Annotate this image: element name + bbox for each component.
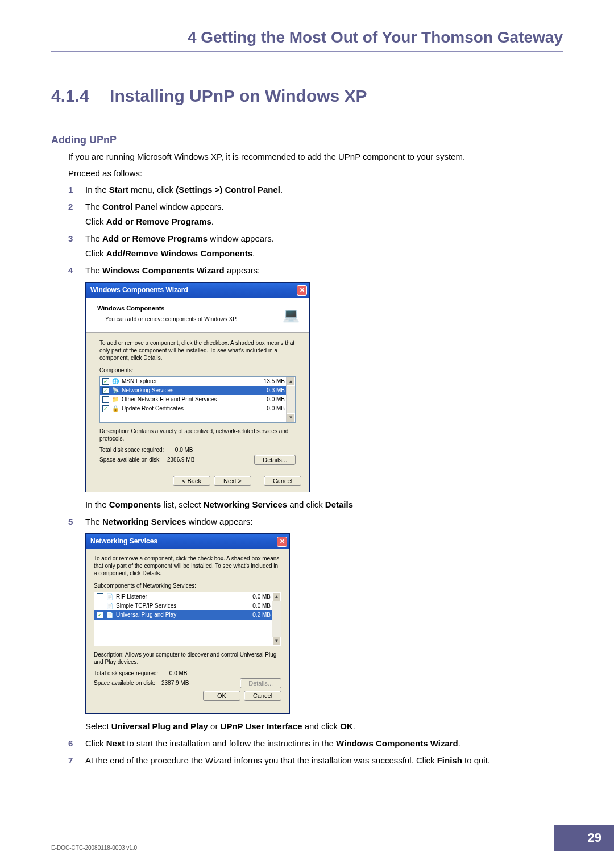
scrollbar[interactable]: ▲ ▼: [272, 592, 281, 646]
scrollbar[interactable]: ▲ ▼: [286, 377, 295, 422]
wizard-instructions: To add or remove a component, click the …: [99, 339, 296, 362]
list-item[interactable]: ✓ 🌐 MSN Explorer 13.5 MB: [100, 377, 295, 386]
intro-paragraph-2: Proceed as follows:: [68, 167, 563, 180]
step-3: 3 The Add or Remove Programs window appe…: [68, 232, 563, 260]
dialog-titlebar: Windows Components Wizard ✕: [86, 283, 309, 298]
page-number: 29: [554, 825, 614, 851]
details-button: Details...: [240, 678, 281, 688]
dialog-instructions: To add or remove a component, click the …: [94, 555, 281, 577]
item-icon: 📄: [106, 611, 114, 619]
close-icon[interactable]: ✕: [297, 285, 307, 296]
next-button[interactable]: Next >: [214, 476, 251, 486]
document-code: E-DOC-CTC-20080118-0003 v1.0: [51, 845, 137, 851]
section-number: 4.1.4: [51, 86, 89, 105]
section-heading: 4.1.4 Installing UPnP on Windows XP: [51, 86, 563, 106]
dialog-titlebar: Networking Services ✕: [86, 534, 289, 549]
item-icon: 🌐: [111, 377, 119, 385]
section-title: Installing UPnP on Windows XP: [110, 86, 367, 105]
close-icon[interactable]: ✕: [277, 537, 287, 547]
components-listbox[interactable]: ✓ 🌐 MSN Explorer 13.5 MB ✓ 📡 Networking …: [99, 376, 296, 423]
list-item[interactable]: ✓ 🔒 Update Root Certificates 0.0 MB: [100, 404, 295, 413]
wizard-icon: 💻: [280, 304, 302, 326]
cancel-button[interactable]: Cancel: [264, 476, 301, 486]
subhead-adding-upnp: Adding UPnP: [51, 134, 563, 146]
page-footer: E-DOC-CTC-20080118-0003 v1.0 29: [51, 825, 614, 851]
scroll-up-icon[interactable]: ▲: [287, 377, 295, 386]
step-2: 2 The Control Panel window appears. Clic…: [68, 200, 563, 229]
description-row: Description: Allows your computer to dis…: [94, 651, 281, 666]
intro-paragraph-1: If you are running Microsoft Windows XP,…: [68, 151, 563, 164]
wizard-title: Windows Components: [97, 304, 237, 314]
item-icon: 📁: [111, 396, 119, 404]
dialog-title: Networking Services: [90, 536, 157, 547]
scroll-down-icon[interactable]: ▼: [287, 413, 295, 422]
checkbox-icon[interactable]: [97, 603, 103, 609]
cancel-button[interactable]: Cancel: [244, 691, 281, 701]
step-5: 5 The Networking Services window appears…: [68, 515, 563, 733]
wizard-subtitle: You can add or remove components of Wind…: [105, 315, 237, 324]
chapter-number: 4: [188, 28, 197, 46]
list-item[interactable]: ✓ 📡 Networking Services 0.3 MB: [100, 386, 295, 395]
list-item[interactable]: 📄 Simple TCP/IP Services 0.0 MB: [94, 601, 281, 610]
dialog-button-row: OK Cancel: [94, 688, 281, 707]
scroll-down-icon[interactable]: ▼: [272, 637, 281, 646]
subcomponents-label: Subcomponents of Networking Services:: [94, 582, 281, 591]
description-row: Description: Contains a variety of speci…: [99, 427, 296, 442]
windows-components-wizard-dialog: Windows Components Wizard ✕ Windows Comp…: [85, 282, 310, 492]
chapter-title: Getting the Most Out of Your Thomson Gat…: [201, 28, 563, 46]
steps-list: 1 In the Start menu, click (Settings >) …: [68, 183, 563, 767]
checkbox-icon[interactable]: ✓: [102, 378, 109, 385]
step-6: 6 Click Next to start the installation a…: [68, 737, 563, 750]
subcomponents-listbox[interactable]: 📄 RIP Listener 0.0 MB 📄 Simple TCP/IP Se…: [94, 592, 281, 646]
disk-stats: Total disk space required: 0.0 MB Space …: [99, 446, 194, 465]
dialog-title: Windows Components Wizard: [90, 285, 188, 296]
ok-button[interactable]: OK: [203, 691, 240, 701]
back-button[interactable]: < Back: [173, 476, 210, 486]
disk-stats: Total disk space required: 0.0 MB Space …: [94, 669, 189, 688]
checkbox-icon[interactable]: ✓: [97, 612, 103, 618]
item-icon: 🔒: [111, 405, 119, 413]
checkbox-icon[interactable]: ✓: [102, 387, 109, 394]
item-icon: 📄: [106, 602, 114, 610]
list-item[interactable]: 📄 RIP Listener 0.0 MB: [94, 592, 281, 601]
list-item[interactable]: ✓ 📄 Universal Plug and Play 0.2 MB: [94, 610, 281, 620]
components-label: Components:: [99, 366, 296, 375]
step-7: 7 At the end of the procedure the Wizard…: [68, 754, 563, 767]
details-button[interactable]: Details...: [254, 455, 296, 465]
item-icon: 📡: [111, 387, 119, 394]
item-icon: 📄: [106, 593, 114, 601]
chapter-header: 4 Getting the Most Out of Your Thomson G…: [51, 28, 563, 52]
wizard-header: Windows Components You can add or remove…: [86, 298, 309, 333]
checkbox-icon[interactable]: [97, 593, 103, 600]
wizard-button-row: < Back Next > Cancel: [86, 470, 309, 492]
checkbox-icon[interactable]: [102, 396, 109, 403]
list-item[interactable]: 📁 Other Network File and Print Services …: [100, 395, 295, 404]
networking-services-dialog: Networking Services ✕ To add or remove a…: [85, 533, 290, 714]
step-1: 1 In the Start menu, click (Settings >) …: [68, 183, 563, 197]
step-4: 4 The Windows Components Wizard appears:…: [68, 264, 563, 512]
checkbox-icon[interactable]: ✓: [102, 405, 109, 412]
scroll-up-icon[interactable]: ▲: [272, 592, 281, 601]
